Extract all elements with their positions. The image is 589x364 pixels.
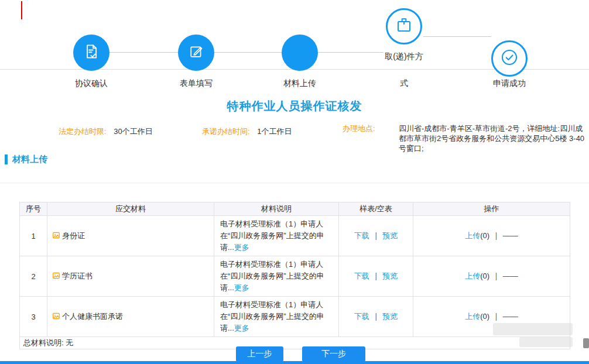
page-title: 特种作业人员操作证核发 xyxy=(0,98,589,114)
table-footer-note: 总材料说明: 无 xyxy=(20,337,570,349)
material-desc-line: 在“四川政务服务网”上提交的申 xyxy=(220,270,333,282)
row-index: 2 xyxy=(20,256,47,297)
form-edit-icon xyxy=(188,43,204,62)
dash-placeholder: —— xyxy=(503,231,518,240)
material-desc-line: 请... xyxy=(220,243,234,252)
preview-link[interactable]: 预览 xyxy=(382,272,398,280)
step-success-circle xyxy=(491,40,528,77)
row-index: 3 xyxy=(20,297,47,337)
step-label-form: 表单填写 xyxy=(180,78,213,89)
step-form-circle xyxy=(178,35,214,71)
table-row: 3 个人健康书面承诺 电子材料受理标准（1）申请人 在“四川政务服务网”上提交的… xyxy=(20,297,570,337)
preview-link[interactable]: 预览 xyxy=(382,231,398,240)
table-header-row: 序号 应交材料 材料说明 样表/空表 操作 xyxy=(20,202,570,216)
step-connector xyxy=(318,52,383,53)
material-desc-line: 电子材料受理标准（1）申请人 xyxy=(220,218,333,230)
section-title: 材料上传 xyxy=(12,154,47,165)
upload-link[interactable]: 上传 xyxy=(465,312,480,321)
legal-time-value: 30个工作日 xyxy=(114,127,152,136)
check-circle-icon xyxy=(499,47,519,70)
step-connector xyxy=(214,52,282,53)
separator: ｜ xyxy=(492,312,500,321)
material-desc-line: 请... xyxy=(220,324,234,332)
upload-link[interactable]: 上传 xyxy=(465,231,480,240)
separator: ｜ xyxy=(372,272,380,280)
separator: ｜ xyxy=(372,231,380,240)
next-step-button[interactable]: 下一步 xyxy=(302,346,365,362)
upload-link[interactable]: 上传 xyxy=(465,272,480,280)
col-header-index: 序号 xyxy=(20,202,47,216)
red-line-artifact xyxy=(21,1,22,19)
image-attachment-icon xyxy=(52,312,60,322)
separator: ｜ xyxy=(492,272,500,280)
upload-count: (0) xyxy=(480,272,489,280)
preview-link[interactable]: 预览 xyxy=(382,312,398,321)
step-label-delivery-line2: 式 xyxy=(400,78,408,89)
image-attachment-icon xyxy=(52,231,60,241)
col-header-sample: 样表/空表 xyxy=(339,202,413,216)
watermark-stub xyxy=(583,338,589,348)
material-name: 身份证 xyxy=(62,231,85,240)
watermark-block xyxy=(519,337,573,347)
download-link[interactable]: 下载 xyxy=(354,272,369,280)
upload-count: (0) xyxy=(480,312,489,321)
location-label: 办理地点: xyxy=(343,123,399,153)
material-desc-line: 电子材料受理标准（1）申请人 xyxy=(220,299,333,311)
materials-table: 序号 应交材料 材料说明 样表/空表 操作 1 身份证 xyxy=(19,202,570,349)
separator: ｜ xyxy=(492,231,500,240)
legal-time-item: 法定办结时限: 30个工作日 xyxy=(59,126,153,137)
separator: ｜ xyxy=(372,312,380,321)
watermark-block xyxy=(493,323,573,335)
step-delivery-circle xyxy=(386,8,422,44)
promise-time-label: 承诺办结时间: xyxy=(202,127,250,136)
download-link[interactable]: 下载 xyxy=(354,231,369,240)
upload-count: (0) xyxy=(480,231,489,240)
col-header-description: 材料说明 xyxy=(214,202,339,216)
step-label-success: 申请成功 xyxy=(493,78,526,89)
more-link[interactable]: 更多 xyxy=(234,283,249,292)
promise-time-value: 1个工作日 xyxy=(257,127,292,136)
step-agreement-circle xyxy=(73,35,109,71)
prev-step-button[interactable]: 上一步 xyxy=(236,346,283,362)
document-check-icon xyxy=(83,43,100,63)
col-header-action: 操作 xyxy=(413,202,570,216)
table-row: 2 学历证书 电子材料受理标准（1）申请人 在“四川政务服务网”上提交的申 请.… xyxy=(20,256,570,297)
dash-placeholder: —— xyxy=(503,312,518,321)
promise-time-item: 承诺办结时间: 1个工作日 xyxy=(202,126,292,137)
step-connector xyxy=(423,36,491,37)
step-label-agreement: 协议确认 xyxy=(75,78,108,89)
material-desc-line: 在“四川政务服务网”上提交的申 xyxy=(220,311,333,322)
material-name: 个人健康书面承诺 xyxy=(62,312,123,321)
application-material-upload-page: 协议确认 表单填写 材料上传 取(递)件方 式 申请成功 特种作业人员操作证核发… xyxy=(0,0,589,364)
material-desc-line: 在“四川政务服务网”上提交的申 xyxy=(220,230,333,242)
step-upload-circle-current xyxy=(282,35,318,71)
material-desc-line: 电子材料受理标准（1）申请人 xyxy=(220,259,333,270)
table-footer-row: 总材料说明: 无 xyxy=(20,337,570,349)
step-label-upload: 材料上传 xyxy=(283,78,316,89)
legal-time-label: 法定办结时限: xyxy=(59,127,107,136)
section-divider xyxy=(0,183,589,183)
dash-placeholder: —— xyxy=(503,272,518,280)
footer-bar xyxy=(0,361,589,364)
material-desc-line: 请... xyxy=(220,283,234,292)
more-link[interactable]: 更多 xyxy=(234,243,249,252)
material-name: 学历证书 xyxy=(62,272,93,280)
more-link[interactable]: 更多 xyxy=(234,324,249,332)
step-connector xyxy=(109,52,178,53)
step-label-delivery-line1: 取(递)件方 xyxy=(385,51,423,62)
package-icon xyxy=(395,16,413,37)
image-attachment-icon xyxy=(52,272,60,281)
location-item: 办理地点: 四川省-成都市-青羊区-草市街道-2号，详细地址:四川成都市草市街2… xyxy=(343,123,587,153)
download-link[interactable]: 下载 xyxy=(354,312,369,321)
table-row: 1 身份证 电子材料受理标准（1）申请人 在“四川政务服务网”上提交的申 请..… xyxy=(20,216,570,256)
section-accent-bar xyxy=(5,154,8,164)
section-header: 材料上传 xyxy=(5,154,47,165)
row-index: 1 xyxy=(20,216,47,256)
col-header-material: 应交材料 xyxy=(47,202,214,216)
location-value: 四川省-成都市-青羊区-草市街道-2号，详细地址:四川成都市草市街2号省政务服务… xyxy=(399,123,587,153)
